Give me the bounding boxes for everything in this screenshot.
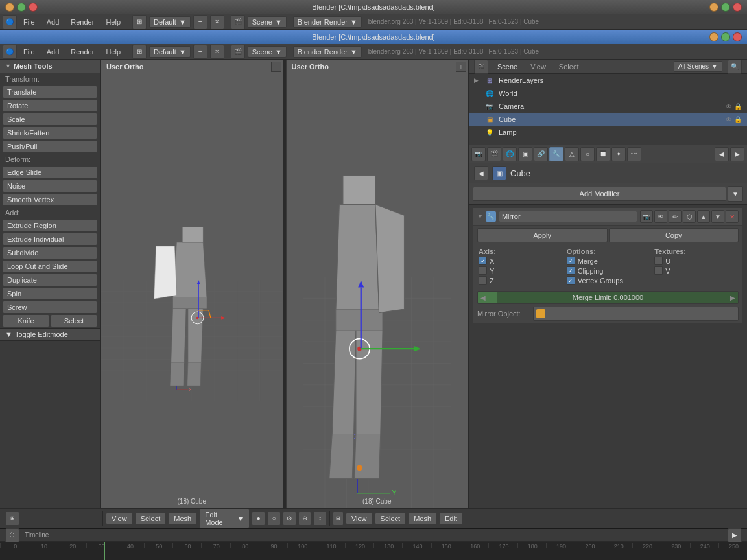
menu-help-1[interactable]: Help — [101, 17, 126, 27]
edit-mode-selector[interactable]: Edit Mode ▼ — [199, 509, 250, 528]
duplicate-btn[interactable]: Duplicate — [3, 274, 97, 286]
add-layout-btn[interactable]: + — [193, 15, 208, 29]
proportional-btn[interactable]: ⊖ — [298, 511, 312, 526]
spin-btn[interactable]: Spin — [3, 287, 97, 300]
shrink-fatten-btn[interactable]: Shrink/Fatten — [3, 126, 97, 139]
mod-cage-btn[interactable]: ⬡ — [683, 210, 696, 223]
menu-render-2[interactable]: Render — [65, 47, 99, 57]
mirror-object-field[interactable] — [533, 307, 739, 321]
scroll-right-btn[interactable]: ▶ — [730, 147, 744, 161]
minimize-btn-r1[interactable] — [709, 3, 718, 12]
timeline-icon[interactable]: ⏱ — [5, 528, 19, 542]
shading-wire-btn[interactable]: ○ — [267, 511, 281, 526]
close-btn-r1[interactable] — [733, 3, 742, 12]
rotate-btn[interactable]: Rotate — [3, 99, 97, 112]
copy-btn[interactable]: Copy — [609, 228, 739, 242]
menu-render-1[interactable]: Render — [65, 17, 99, 27]
object-props-btn[interactable]: ▣ — [518, 147, 532, 161]
menu-file-1[interactable]: File — [18, 17, 40, 27]
maximize-btn-r1[interactable] — [721, 3, 730, 12]
manipulate-btn[interactable]: ↕ — [313, 511, 327, 526]
loop-cut-slide-btn[interactable]: Loop Cut and Slide — [3, 260, 97, 273]
apply-btn[interactable]: Apply — [477, 228, 608, 242]
menu-add-1[interactable]: Add — [42, 17, 65, 27]
mesh-btn-left[interactable]: Mesh — [168, 513, 197, 524]
shading-solid-btn[interactable]: ● — [252, 511, 265, 526]
right-vp-icon[interactable]: ⊞ — [333, 511, 344, 526]
remove-layout-btn-2[interactable]: × — [210, 45, 224, 59]
world-item[interactable]: 🌐 World — [469, 87, 747, 100]
scene-tab[interactable]: Scene — [493, 62, 521, 72]
search-icon[interactable]: 🔍 — [728, 60, 742, 74]
texture-props-btn[interactable]: 🔲 — [596, 147, 610, 161]
layout-preset[interactable]: Default ▼ — [149, 16, 191, 28]
left-vp-icon[interactable]: ⊞ — [5, 511, 19, 526]
nav-back-btn[interactable]: ◀ — [474, 166, 488, 180]
timeline-play-btn[interactable]: ▶ — [728, 528, 742, 542]
close-btn-2[interactable] — [733, 32, 742, 41]
maximize-btn-1[interactable] — [17, 3, 26, 12]
u-checkbox[interactable] — [654, 257, 663, 265]
render-engine-select-2[interactable]: Blender Render ▼ — [293, 46, 362, 58]
screw-btn[interactable]: Screw — [3, 301, 97, 314]
select-btn[interactable]: Select — [51, 314, 97, 327]
view-tab[interactable]: View — [527, 62, 550, 72]
add-layout-btn-2[interactable]: + — [193, 45, 208, 59]
mod-edit-btn[interactable]: ✏ — [669, 210, 682, 223]
edge-slide-btn[interactable]: Edge Slide — [3, 166, 97, 179]
modifier-props-btn[interactable]: 🔧 — [549, 147, 563, 161]
vertex-groups-checkbox[interactable]: ✓ — [567, 276, 575, 285]
clipping-checkbox[interactable]: ✓ — [567, 266, 575, 275]
x-axis-checkbox[interactable]: ✓ — [479, 257, 487, 265]
cube-item[interactable]: ▣ Cube 👁 🔒 — [469, 113, 747, 126]
scroll-left-btn[interactable]: ◀ — [715, 147, 729, 161]
mod-close-btn[interactable]: ✕ — [726, 210, 739, 223]
blender-logo-2[interactable]: 🔵 — [3, 45, 17, 59]
physics-btn[interactable]: 〰 — [627, 147, 641, 161]
screen-layout-icon[interactable]: ⊞ — [132, 15, 147, 29]
mesh-btn-right[interactable]: Mesh — [408, 513, 437, 524]
knife-btn[interactable]: Knife — [3, 314, 49, 327]
extrude-individual-btn[interactable]: Extrude Individual — [3, 233, 97, 246]
snap-btn[interactable]: ⊙ — [283, 511, 296, 526]
left-viewport[interactable]: User Ortho + — [101, 60, 283, 508]
render-layers-item[interactable]: ▶ ⊞ RenderLayers — [469, 74, 747, 87]
render-engine-select-1[interactable]: Blender Render ▼ — [293, 16, 362, 28]
right-viewport[interactable]: User Ortho + — [286, 60, 469, 508]
all-scenes-select[interactable]: All Scenes ▼ — [674, 61, 722, 72]
mod-render-btn[interactable]: 📷 — [640, 210, 653, 223]
modifier-expand-arrow[interactable]: ▼ — [477, 213, 483, 220]
render-props-btn[interactable]: 📷 — [471, 147, 486, 161]
merge-checkbox[interactable]: ✓ — [567, 257, 575, 265]
menu-file-2[interactable]: File — [18, 47, 40, 57]
menu-add-2[interactable]: Add — [42, 47, 65, 57]
menu-help-2[interactable]: Help — [101, 47, 126, 57]
merge-limit-row[interactable]: Merge Limit: 0.001000 ◀ ▶ — [477, 291, 739, 304]
timeline-cursor[interactable] — [104, 542, 105, 560]
smooth-vertex-btn[interactable]: Smooth Vertex — [3, 193, 97, 206]
layout-preset-2[interactable]: Default ▼ — [149, 46, 191, 58]
select-btn-right[interactable]: Select — [375, 513, 407, 524]
timeline-ruler[interactable]: 0102030405060708090100110120130140150160… — [0, 542, 747, 560]
mod-eye-btn[interactable]: 👁 — [654, 210, 667, 223]
mod-down-btn[interactable]: ▼ — [711, 210, 724, 223]
toggle-editmode-header[interactable]: ▼ Toggle Editmode — [0, 328, 100, 341]
maximize-btn-2[interactable] — [721, 32, 730, 41]
scale-btn[interactable]: Scale — [3, 113, 97, 126]
lamp-item[interactable]: 💡 Lamp — [469, 126, 747, 139]
camera-item[interactable]: 📷 Camera 👁 🔒 — [469, 100, 747, 113]
constraints-btn[interactable]: 🔗 — [534, 147, 548, 161]
close-btn-1[interactable] — [29, 3, 38, 12]
scene-select-2[interactable]: Scene ▼ — [248, 46, 287, 58]
mesh-tools-header[interactable]: ▼ Mesh Tools — [0, 60, 100, 73]
add-modifier-dropdown[interactable]: ▼ — [728, 186, 743, 202]
minimize-btn-2[interactable] — [709, 32, 718, 41]
view-btn-right[interactable]: View — [346, 513, 373, 524]
z-axis-checkbox[interactable] — [479, 276, 487, 285]
y-axis-checkbox[interactable] — [479, 266, 487, 275]
push-pull-btn[interactable]: Push/Pull — [3, 140, 97, 153]
modifier-name-input[interactable] — [499, 211, 637, 222]
edit-mode-selector-right[interactable]: Edit — [439, 513, 463, 524]
blender-logo-1[interactable]: 🔵 — [3, 15, 17, 29]
translate-btn[interactable]: Translate — [3, 86, 97, 99]
